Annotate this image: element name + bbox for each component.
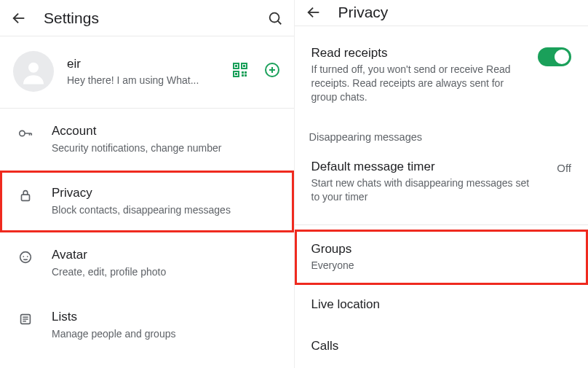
settings-pane: Settings eir Hey there! I am using What.…: [0, 0, 295, 368]
svg-point-17: [27, 256, 28, 257]
svg-rect-8: [242, 71, 244, 74]
svg-point-13: [20, 130, 25, 136]
section-disappearing: Disappearing messages: [295, 117, 589, 147]
row-title: Groups: [311, 242, 572, 257]
profile-name: eir: [67, 57, 199, 71]
row-subtitle: Security notifications, change number: [52, 141, 221, 155]
profile-text: eir Hey there! I am using What...: [67, 57, 199, 86]
svg-rect-14: [22, 195, 30, 200]
row-title: Read receipts: [311, 46, 527, 60]
avatar: [13, 51, 54, 92]
settings-appbar: Settings: [0, 0, 294, 36]
svg-rect-5: [235, 65, 237, 67]
svg-rect-11: [245, 74, 247, 77]
qr-icon[interactable]: [231, 61, 249, 82]
profile-actions: [231, 61, 281, 82]
privacy-groups[interactable]: Groups Everyone: [295, 230, 589, 285]
svg-rect-7: [235, 73, 237, 75]
svg-point-1: [28, 63, 39, 73]
row-subtitle: Start new chats with disappearing messag…: [311, 176, 530, 204]
svg-rect-9: [245, 71, 247, 74]
default-timer-value: Off: [557, 160, 571, 174]
privacy-appbar: Privacy: [295, 0, 589, 26]
row-subtitle: Create, edit, profile photo: [52, 265, 166, 279]
svg-point-0: [269, 12, 279, 22]
add-icon[interactable]: [263, 61, 281, 82]
settings-item-privacy[interactable]: Privacy Block contacts, disappearing mes…: [0, 171, 294, 232]
read-receipts-toggle[interactable]: [538, 47, 571, 66]
row-title: Live location: [311, 297, 572, 312]
row-title: Default message timer: [311, 160, 546, 174]
settings-item-lists[interactable]: Lists Manage people and groups: [0, 294, 294, 356]
settings-item-account[interactable]: Account Security notifications, change n…: [0, 109, 294, 171]
row-title: Privacy: [52, 186, 231, 200]
back-icon[interactable]: [303, 2, 324, 23]
lists-icon: [15, 310, 36, 327]
row-subtitle: Everyone: [311, 259, 530, 273]
key-icon: [15, 124, 36, 141]
row-title: Avatar: [52, 248, 166, 262]
svg-rect-10: [242, 74, 244, 77]
privacy-calls[interactable]: Calls: [295, 326, 589, 368]
back-icon[interactable]: [9, 8, 29, 28]
row-title: Calls: [311, 339, 572, 353]
privacy-live-location[interactable]: Live location: [295, 285, 589, 326]
svg-point-15: [20, 251, 31, 262]
row-title: Account: [52, 124, 221, 138]
row-title: Lists: [52, 310, 175, 324]
svg-point-16: [23, 256, 24, 257]
face-icon: [15, 248, 36, 265]
row-subtitle: Block contacts, disappearing messages: [52, 203, 231, 217]
settings-title: Settings: [44, 9, 99, 27]
profile-status: Hey there! I am using What...: [67, 74, 199, 86]
svg-rect-6: [243, 65, 245, 67]
privacy-title: Privacy: [338, 4, 389, 21]
privacy-default-timer[interactable]: Default message timer Start new chats wi…: [295, 147, 589, 216]
row-subtitle: Manage people and groups: [52, 327, 175, 341]
lock-icon: [15, 186, 36, 203]
privacy-pane: Privacy Read receipts If turned off, you…: [295, 0, 589, 368]
settings-item-avatar[interactable]: Avatar Create, edit, profile photo: [0, 232, 294, 294]
privacy-read-receipts[interactable]: Read receipts If turned off, you won't s…: [295, 26, 589, 117]
profile-row[interactable]: eir Hey there! I am using What...: [0, 36, 294, 109]
row-subtitle: If turned off, you won't send or receive…: [311, 63, 527, 104]
divider: [295, 224, 589, 225]
search-icon[interactable]: [265, 8, 285, 28]
